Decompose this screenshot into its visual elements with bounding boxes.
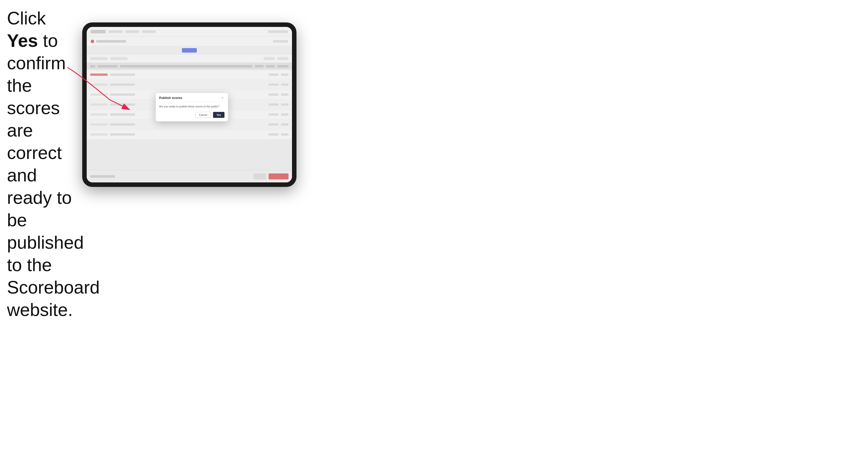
publish-scores-dialog: Publish scores × Are you ready to publis…: [156, 93, 228, 122]
dialog-overlay: Publish scores × Are you ready to publis…: [87, 27, 292, 182]
dialog-message: Are you ready to publish these scores to…: [159, 105, 224, 108]
dialog-close-button[interactable]: ×: [220, 96, 224, 100]
dialog-cancel-button[interactable]: Cancel: [195, 112, 211, 118]
dialog-header: Publish scores ×: [156, 93, 228, 102]
instruction-text: Click Yes to confirm the scores are corr…: [7, 7, 79, 321]
dialog-actions: Cancel Yes: [159, 112, 224, 118]
dialog-title: Publish scores: [159, 96, 182, 100]
instruction-prefix: Click: [7, 8, 46, 28]
tablet-screen: Publish scores × Are you ready to publis…: [87, 27, 292, 182]
instruction-bold: Yes: [7, 31, 38, 51]
tablet-device: Publish scores × Are you ready to publis…: [82, 23, 297, 187]
dialog-body: Are you ready to publish these scores to…: [156, 102, 228, 122]
dialog-confirm-button[interactable]: Yes: [213, 112, 224, 118]
